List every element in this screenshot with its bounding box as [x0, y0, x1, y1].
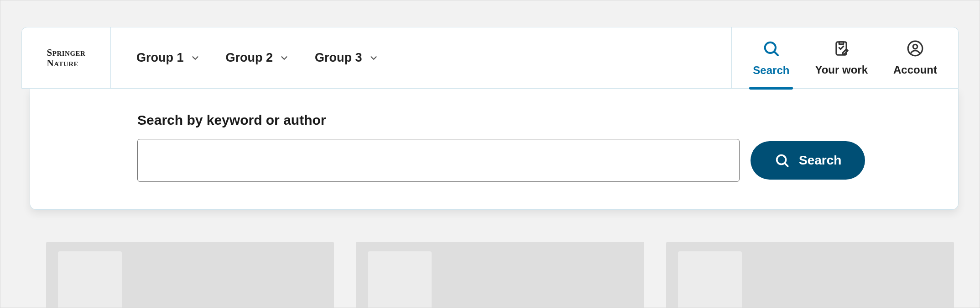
logo-line1: Springer	[47, 47, 86, 58]
svg-line-1	[775, 52, 778, 55]
placeholder-thumb	[678, 251, 742, 308]
action-label: Account	[893, 64, 937, 76]
action-account[interactable]: Account	[881, 27, 950, 88]
action-search[interactable]: Search	[740, 27, 802, 88]
nav-item-group-2[interactable]: Group 2	[226, 51, 290, 65]
search-icon	[774, 153, 790, 168]
action-your-work[interactable]: Your work	[802, 27, 881, 88]
svg-point-4	[913, 44, 917, 49]
placeholder-card	[46, 242, 334, 308]
nav-item-group-3[interactable]: Group 3	[315, 51, 379, 65]
chevron-down-icon	[190, 53, 200, 63]
header-bar: Springer Nature Group 1 Group 2	[21, 27, 959, 89]
search-icon	[762, 39, 780, 59]
placeholder-thumb	[58, 251, 122, 308]
nav-item-label: Group 2	[226, 51, 273, 65]
nav-item-label: Group 1	[136, 51, 184, 65]
action-label: Search	[753, 64, 789, 77]
logo-line2: Nature	[47, 58, 79, 69]
logo[interactable]: Springer Nature	[22, 27, 111, 88]
svg-line-6	[785, 164, 788, 166]
clipboard-edit-icon	[833, 40, 850, 59]
user-circle-icon	[907, 40, 924, 59]
nav-groups: Group 1 Group 2 Group 3	[111, 27, 731, 88]
header-actions: Search Your work	[731, 27, 958, 88]
chevron-down-icon	[369, 53, 379, 63]
search-row: Search	[137, 139, 940, 182]
search-input[interactable]	[137, 139, 740, 182]
search-panel: Search by keyword or author Search	[30, 89, 959, 210]
background-cards	[46, 242, 954, 308]
placeholder-thumb	[368, 251, 432, 308]
nav-item-group-1[interactable]: Group 1	[136, 51, 200, 65]
content-area: Springer Nature Group 1 Group 2	[21, 27, 959, 308]
logo-text: Springer Nature	[47, 48, 86, 68]
nav-item-label: Group 3	[315, 51, 362, 65]
chevron-down-icon	[279, 53, 289, 63]
placeholder-card	[356, 242, 644, 308]
search-button[interactable]: Search	[751, 141, 865, 180]
placeholder-card	[666, 242, 954, 308]
search-button-label: Search	[799, 153, 841, 168]
page-frame: Springer Nature Group 1 Group 2	[0, 0, 980, 308]
action-label: Your work	[815, 64, 868, 76]
search-panel-title: Search by keyword or author	[137, 112, 940, 128]
